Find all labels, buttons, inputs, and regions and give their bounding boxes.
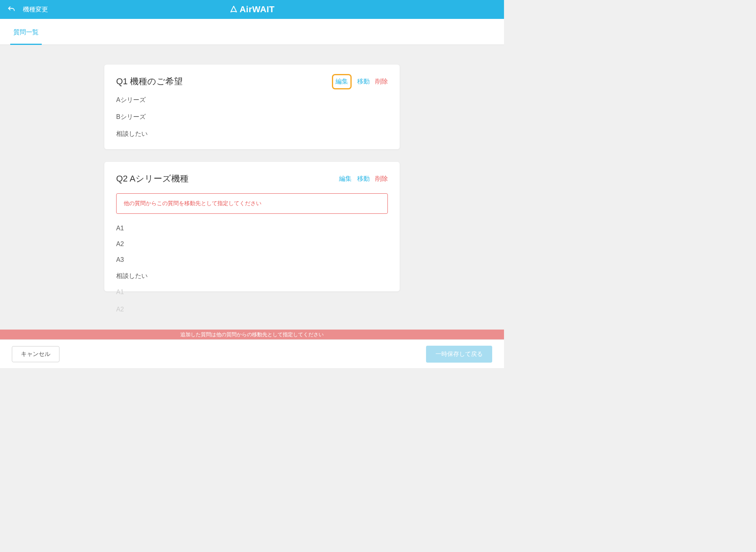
move-button[interactable]: 移動 [357, 78, 370, 86]
tab-question-list[interactable]: 質問一覧 [13, 20, 39, 44]
option-item: Bシリーズ [116, 113, 388, 121]
option-item: A2 [116, 241, 388, 248]
warning-message: 他の質問からこの質問を移動先として指定してください [116, 193, 388, 214]
option-item: A1 [116, 225, 388, 232]
move-button[interactable]: 移動 [357, 175, 370, 183]
question-card: Q1 機種のご希望 編集 移動 削除 Aシリーズ Bシリーズ 相談したい [104, 65, 400, 149]
question-card: Q2 Aシリーズ機種 編集 移動 削除 他の質問からこの質問を移動先として指定し… [104, 162, 400, 291]
option-item: 相談したい [116, 272, 388, 280]
page-context: 機種変更 [23, 6, 48, 14]
question-title: Q2 Aシリーズ機種 [116, 173, 189, 185]
app-header: 機種変更 AirWAIT [0, 0, 504, 19]
tab-label: 質問一覧 [13, 29, 39, 35]
edit-button[interactable]: 編集 [339, 175, 352, 183]
card-header: Q2 Aシリーズ機種 編集 移動 削除 [116, 173, 388, 185]
cancel-button[interactable]: キャンセル [12, 346, 59, 362]
save-button[interactable]: 一時保存して戻る [426, 346, 492, 363]
option-item: Aシリーズ [116, 96, 388, 104]
option-item: 相談したい [116, 130, 388, 138]
delete-button[interactable]: 削除 [375, 175, 388, 183]
banner-text: 追加した質問は他の質問からの移動先として指定してください [180, 331, 324, 338]
option-item: A3 [116, 256, 388, 263]
option-list: A1 A2 A3 相談したい [116, 225, 388, 280]
card-actions: 編集 移動 削除 [332, 76, 388, 87]
edit-button[interactable]: 編集 [332, 74, 352, 89]
card-actions: 編集 移動 削除 [339, 175, 388, 183]
back-button[interactable] [7, 5, 16, 14]
option-list: Aシリーズ Bシリーズ 相談したい [116, 96, 388, 138]
logo-text: AirWAIT [239, 4, 274, 15]
card-header: Q1 機種のご希望 編集 移動 削除 [116, 76, 388, 87]
footer-bar: キャンセル 一時保存して戻る [0, 339, 504, 368]
logo-icon [229, 5, 238, 14]
delete-button[interactable]: 削除 [375, 78, 388, 86]
error-banner: 追加した質問は他の質問からの移動先として指定してください [0, 330, 504, 339]
app-logo: AirWAIT [229, 4, 274, 15]
content-area: Q1 機種のご希望 編集 移動 削除 Aシリーズ Bシリーズ 相談したい Q2 … [0, 45, 504, 337]
question-title: Q1 機種のご希望 [116, 76, 183, 87]
tab-bar: 質問一覧 [0, 19, 504, 45]
undo-icon [7, 5, 16, 14]
